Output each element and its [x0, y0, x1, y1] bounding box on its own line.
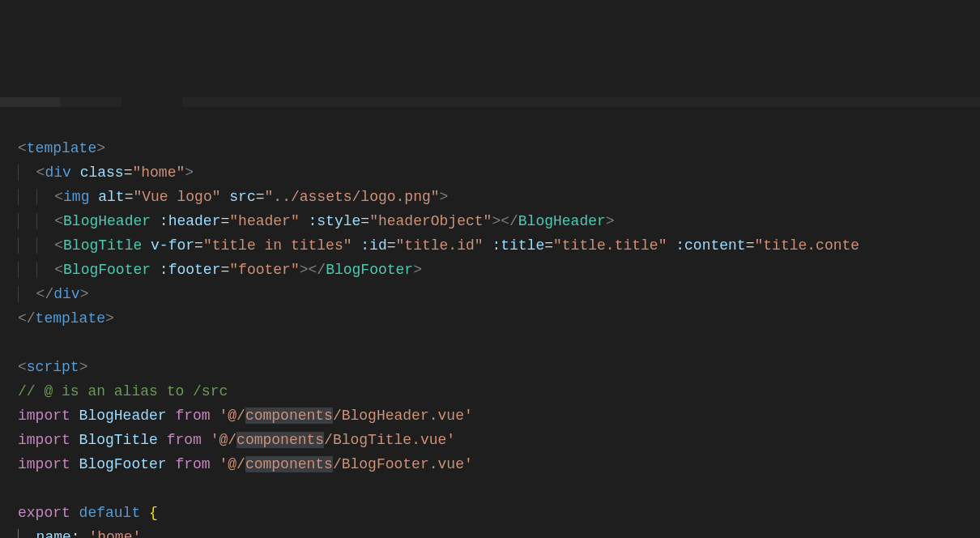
code-line: [18, 476, 980, 501]
tab-inactive[interactable]: [0, 97, 61, 107]
code-line: // @ is an alias to /src: [18, 379, 980, 404]
code-editor[interactable]: <template> <div class="home"> <img alt="…: [0, 131, 980, 538]
code-line: import BlogTitle from '@/components/Blog…: [18, 428, 980, 452]
code-line: export default {: [18, 501, 980, 525]
code-line: <img alt="Vue logo" src="../assets/logo.…: [18, 185, 980, 209]
code-line: </div>: [18, 282, 980, 306]
code-line: [18, 331, 980, 355]
tab-bar[interactable]: [0, 97, 980, 107]
code-line: </template>: [18, 306, 980, 331]
code-line: <BlogHeader :header="header" :style="hea…: [18, 209, 980, 233]
tab-active[interactable]: [121, 97, 182, 107]
code-line: import BlogFooter from '@/components/Blo…: [18, 452, 980, 476]
code-line: import BlogHeader from '@/components/Blo…: [18, 404, 980, 428]
code-line: <template>: [18, 136, 980, 160]
code-line: <div class="home">: [18, 160, 980, 185]
code-line: <script>: [18, 355, 980, 379]
code-line: <BlogTitle v-for="title in titles" :id="…: [18, 233, 980, 258]
code-line: <BlogFooter :footer="footer"></BlogFoote…: [18, 258, 980, 282]
code-line: name: 'home',: [18, 525, 980, 538]
